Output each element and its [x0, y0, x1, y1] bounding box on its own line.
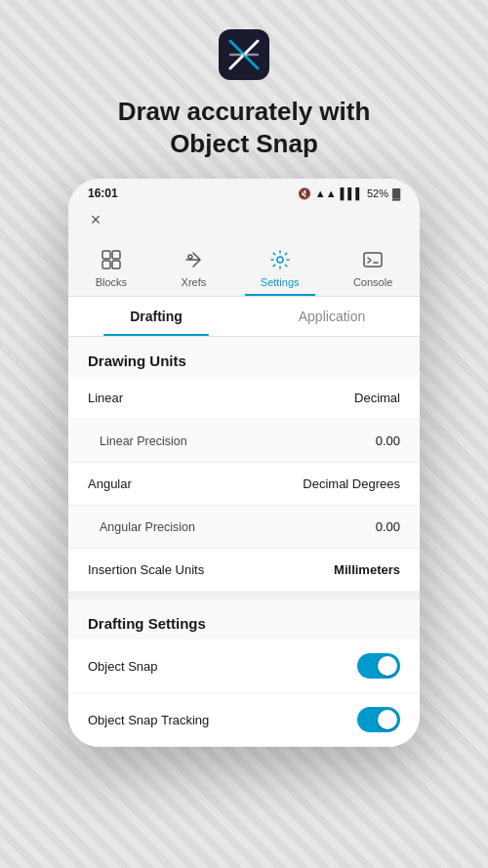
- linear-label: Linear: [88, 391, 123, 405]
- insertion-scale-row[interactable]: Insertion Scale Units Millimeters: [68, 549, 420, 592]
- object-snap-row[interactable]: Object Snap: [68, 640, 420, 693]
- tab-console-label: Console: [353, 276, 392, 288]
- linear-row[interactable]: Linear Decimal: [68, 377, 420, 420]
- tab-blocks-label: Blocks: [96, 276, 127, 288]
- svg-rect-6: [364, 253, 382, 267]
- sub-tabs: Drafting Application: [68, 297, 420, 337]
- blocks-icon: [99, 247, 124, 272]
- svg-rect-1: [112, 251, 120, 259]
- drawing-units-heading: Drawing Units: [68, 337, 420, 377]
- tab-console[interactable]: Console: [338, 243, 408, 296]
- status-bar: 16:01 🔇 ▲▲ ▌▌▌ 52% ▓: [68, 179, 420, 204]
- angular-precision-value: 0.00: [376, 519, 400, 534]
- console-icon: [360, 247, 386, 272]
- tab-navigation: Blocks Xrefs Settings: [68, 239, 420, 297]
- angular-precision-label: Angular Precision: [100, 520, 195, 534]
- battery-icon: ▓: [392, 187, 400, 199]
- page-title: Draw accurately with Object Snap: [39, 96, 449, 159]
- object-snap-tracking-toggle[interactable]: [357, 707, 400, 732]
- insertion-scale-value: Millimeters: [334, 562, 400, 577]
- tab-settings[interactable]: Settings: [245, 243, 315, 296]
- sub-tab-drafting[interactable]: Drafting: [68, 297, 244, 336]
- linear-precision-value: 0.00: [376, 434, 400, 448]
- sub-tab-application[interactable]: Application: [244, 297, 420, 336]
- phone-mockup: 16:01 🔇 ▲▲ ▌▌▌ 52% ▓ × Blocks: [68, 179, 420, 747]
- object-snap-tracking-label: Object Snap Tracking: [88, 713, 209, 727]
- settings-icon: [267, 247, 293, 272]
- brand-logo: [219, 29, 269, 80]
- linear-precision-row[interactable]: Linear Precision 0.00: [68, 420, 420, 463]
- battery-text: 52%: [367, 187, 388, 199]
- angular-row[interactable]: Angular Decimal Degrees: [68, 463, 420, 506]
- tab-settings-label: Settings: [261, 276, 300, 288]
- status-icons: 🔇 ▲▲ ▌▌▌ 52% ▓: [298, 187, 400, 200]
- mute-icon: 🔇: [298, 187, 311, 200]
- section-divider: [68, 592, 420, 599]
- wifi-icon: ▲▲: [315, 187, 337, 199]
- header: Draw accurately with Object Snap: [0, 0, 488, 179]
- angular-precision-row[interactable]: Angular Precision 0.00: [68, 506, 420, 549]
- top-bar: ×: [68, 204, 420, 239]
- content-area: Drawing Units Linear Decimal Linear Prec…: [68, 337, 420, 747]
- object-snap-tracking-row[interactable]: Object Snap Tracking: [68, 693, 420, 747]
- object-snap-label: Object Snap: [88, 659, 158, 674]
- linear-value: Decimal: [354, 391, 400, 405]
- svg-rect-3: [112, 261, 120, 269]
- signal-icon: ▌▌▌: [341, 187, 363, 199]
- svg-point-5: [277, 257, 283, 263]
- svg-rect-2: [102, 261, 110, 269]
- xrefs-icon: [181, 247, 206, 272]
- angular-value: Decimal Degrees: [303, 476, 400, 491]
- tab-xrefs[interactable]: Xrefs: [165, 243, 222, 296]
- object-snap-toggle[interactable]: [357, 653, 400, 679]
- time: 16:01: [88, 186, 118, 200]
- linear-precision-label: Linear Precision: [100, 434, 187, 448]
- tab-xrefs-label: Xrefs: [182, 276, 207, 288]
- close-button[interactable]: ×: [84, 208, 107, 231]
- angular-label: Angular: [88, 476, 132, 491]
- svg-point-4: [188, 255, 192, 259]
- tab-blocks[interactable]: Blocks: [80, 243, 142, 296]
- insertion-scale-label: Insertion Scale Units: [88, 562, 204, 577]
- svg-rect-0: [102, 251, 110, 259]
- drafting-settings-heading: Drafting Settings: [68, 599, 420, 640]
